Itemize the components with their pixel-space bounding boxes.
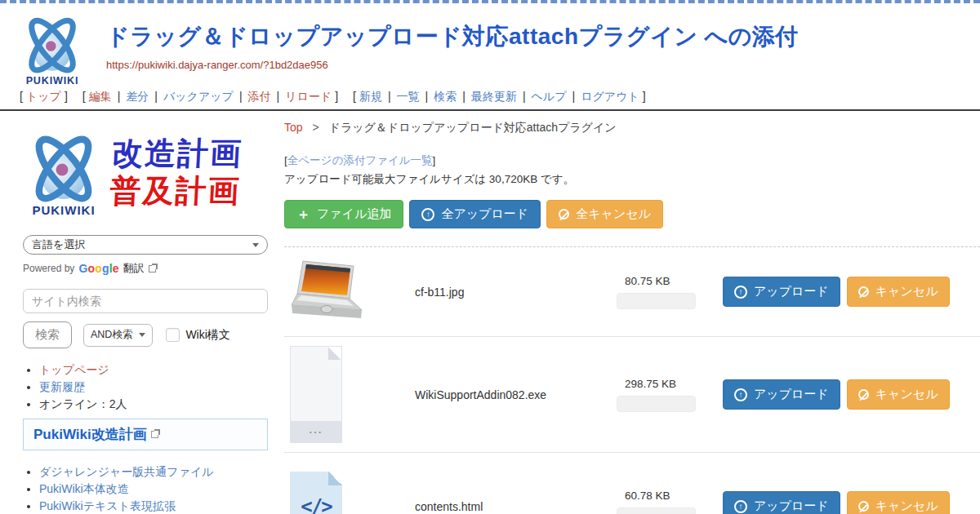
upload-label: アップロード	[754, 498, 829, 514]
upload-button[interactable]: ↑ アップロード	[723, 491, 840, 514]
search-button[interactable]: 検索	[23, 321, 72, 348]
cancel-all-button[interactable]: 全キャンセル	[546, 200, 663, 228]
logo-wordmark: PUKIWIKI	[32, 203, 95, 217]
sidebar: PUKIWIKI 改造計画 普及計画 言語を選択 Powered by Goog…	[0, 111, 268, 514]
nav-bracket: [	[20, 90, 23, 103]
ban-icon	[559, 209, 569, 219]
sidebar-section-box: PukiWiki改造計画	[23, 419, 268, 450]
content: PUKIWIKI 改造計画 普及計画 言語を選択 Powered by Goog…	[0, 111, 980, 514]
code-icon: </>	[301, 495, 331, 514]
translate-link[interactable]: 翻訳	[123, 261, 145, 276]
nav-item-help[interactable]: ヘルプ	[532, 90, 567, 103]
nav-separator: |	[388, 90, 391, 103]
header-text: ドラッグ＆ドロップアップロード対応attachプラグイン への添付 https:…	[106, 10, 799, 71]
upload-circle-icon: ↑	[734, 500, 747, 513]
google-letter: o	[87, 262, 95, 275]
cancel-button[interactable]: キャンセル	[847, 379, 950, 410]
pukiwiki-logo-icon: PUKIWIKI	[18, 10, 87, 86]
page-title: ドラッグ＆ドロップアップロード対応attachプラグイン への添付	[106, 21, 799, 52]
html-file-icon: </>	[290, 472, 342, 514]
nav-item-backup[interactable]: バックアップ	[163, 90, 234, 103]
nav-separator: |	[572, 90, 576, 103]
file-name: cf-b11.jpg	[415, 286, 617, 299]
nav-item-attach[interactable]: 添付	[248, 90, 271, 103]
generic-file-icon: ...	[290, 346, 342, 443]
nav-item-list[interactable]: 一覧	[397, 90, 420, 103]
page-url[interactable]: https://pukiwiki.dajya-ranger.com/?1bd2d…	[106, 59, 799, 71]
nav-item-reload[interactable]: リロード	[285, 90, 332, 103]
upload-all-label: 全アップロード	[441, 206, 528, 222]
sidebar-link-text-ext[interactable]: PukiWikiテキスト表現拡張	[39, 499, 176, 512]
file-dropzone[interactable]: cf-b11.jpg 80.75 KB ↑ アップロード キャンセル	[284, 246, 980, 514]
file-thumbnail-cell: </>	[284, 472, 415, 514]
ban-icon	[858, 389, 869, 400]
search-mode-select[interactable]: AND検索	[83, 324, 153, 347]
cancel-button[interactable]: キャンセル	[847, 277, 950, 307]
add-file-label: ファイル追加	[317, 206, 391, 222]
ban-icon	[858, 501, 869, 512]
file-size-cell: 60.78 KB	[617, 490, 706, 514]
wiki-syntax-checkbox[interactable]	[166, 328, 180, 342]
breadcrumb: Top > ドラッグ＆ドロップアップロード対応attachプラグイン	[284, 121, 980, 135]
list-item: PukiWiki本体改造	[39, 481, 268, 497]
nav-bracket: ]	[335, 90, 338, 103]
file-actions: ↑ アップロード キャンセル	[706, 379, 980, 410]
cancel-button[interactable]: キャンセル	[847, 491, 950, 514]
all-attachments-link[interactable]: 全ページの添付ファイル一覧	[287, 154, 433, 166]
sidebar-link-toppage[interactable]: トップページ	[39, 363, 109, 376]
nav-separator: |	[462, 90, 466, 103]
nav-separator: |	[277, 90, 280, 103]
upload-all-button[interactable]: ↑ 全アップロード	[409, 200, 541, 228]
powered-by-label: Powered by	[23, 263, 74, 274]
upload-progress-bar	[617, 396, 696, 412]
cancel-label: キャンセル	[875, 498, 938, 514]
nav-item-recent[interactable]: 最終更新	[471, 90, 517, 103]
upload-button[interactable]: ↑ アップロード	[723, 277, 840, 307]
nav-item-logout[interactable]: ログアウト	[581, 90, 639, 103]
file-icon-dots: ...	[291, 421, 341, 442]
nav-bracket: [	[353, 90, 356, 103]
breadcrumb-current: ドラッグ＆ドロップアップロード対応attachプラグイン	[329, 121, 617, 134]
sidebar-main-links: ダジャレンジャー版共通ファイル PukiWiki本体改造 PukiWikiテキス…	[23, 463, 268, 514]
plus-icon: ＋	[296, 207, 310, 221]
breadcrumb-home[interactable]: Top	[284, 121, 303, 134]
banner-slogan: 改造計画 普及計画	[109, 135, 244, 210]
online-count: オンライン：2人	[39, 397, 127, 410]
banner-line-1: 改造計画	[111, 135, 243, 172]
sidebar-link-common-files[interactable]: ダジャレンジャー版共通ファイル	[39, 465, 214, 478]
google-letter: g	[102, 262, 109, 275]
nav-item-diff[interactable]: 差分	[126, 90, 149, 103]
file-name: WikiSupportAddin082.exe	[415, 388, 617, 401]
nav-separator: |	[239, 90, 243, 103]
file-size: 80.75 KB	[617, 275, 706, 287]
nav-item-edit[interactable]: 編集	[89, 90, 112, 103]
list-item: ダジャレンジャー版共通ファイル	[39, 463, 268, 480]
ban-icon	[858, 286, 869, 297]
laptop-photo-thumbnail	[290, 258, 365, 326]
list-item: トップページ	[39, 361, 268, 378]
file-size-cell: 80.75 KB	[617, 275, 706, 309]
upload-progress-bar	[617, 293, 696, 309]
add-file-button[interactable]: ＋ ファイル追加	[284, 200, 403, 228]
chevron-down-icon	[252, 243, 259, 247]
up-arrow-icon: ↑	[739, 391, 743, 399]
sidebar-link-history[interactable]: 更新履歴	[39, 380, 85, 393]
language-select[interactable]: 言語を選択	[23, 235, 268, 255]
upload-button[interactable]: ↑ アップロード	[723, 379, 840, 410]
pukiwiki-atom-icon: PUKIWIKI	[23, 126, 105, 218]
nav-item-search[interactable]: 検索	[434, 90, 457, 103]
language-select-value: 言語を選択	[32, 237, 85, 252]
nav-item-top[interactable]: トップ	[26, 90, 61, 103]
file-row: cf-b11.jpg 80.75 KB ↑ アップロード キャンセル	[284, 247, 980, 337]
sidebar-link-core-mods[interactable]: PukiWiki本体改造	[39, 482, 129, 495]
file-actions: ↑ アップロード キャンセル	[706, 277, 980, 307]
nav-item-new[interactable]: 新規	[359, 90, 382, 103]
up-arrow-icon: ↑	[739, 288, 743, 296]
sidebar-section-heading[interactable]: PukiWiki改造計画	[33, 425, 147, 444]
cancel-all-label: 全キャンセル	[576, 206, 651, 222]
sidebar-banner[interactable]: PUKIWIKI 改造計画 普及計画	[23, 122, 268, 222]
nav-separator: |	[425, 90, 429, 103]
navbar: [トップ][編集|差分|バックアップ|添付|リロード][新規|一覧|検索|最終更…	[0, 86, 980, 109]
nav-bracket: ]	[643, 90, 646, 103]
site-search-input[interactable]	[23, 289, 268, 313]
